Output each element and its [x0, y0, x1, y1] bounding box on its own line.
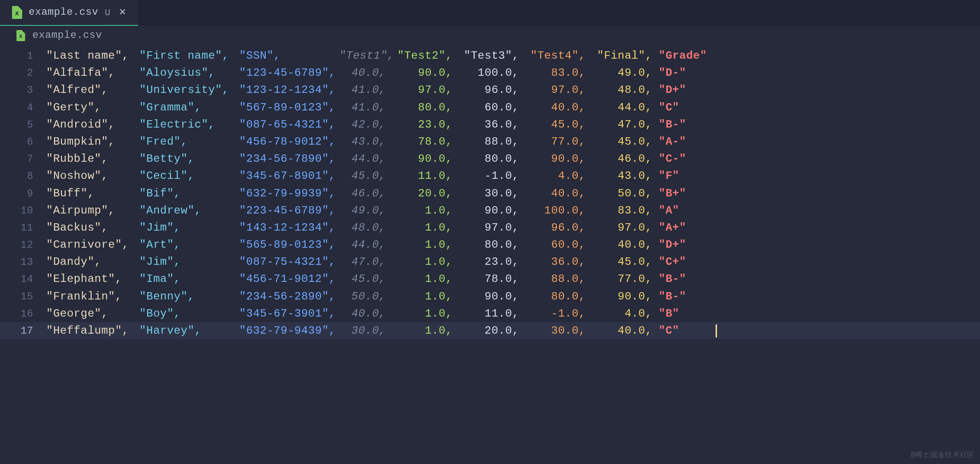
- code-line[interactable]: 5"Android","Electric","087-65-4321",42.0…: [0, 116, 980, 133]
- csv-cell: 96.0,: [526, 219, 592, 236]
- csv-cell: "Final",: [592, 47, 659, 64]
- breadcrumb[interactable]: example.csv: [0, 26, 980, 45]
- csv-cell: 83.0,: [592, 202, 659, 219]
- csv-cell: "F": [659, 167, 719, 184]
- code-line[interactable]: 13"Dandy","Jim","087-75-4321",47.0,1.0,2…: [0, 253, 980, 270]
- line-number: 17: [0, 324, 46, 339]
- csv-cell: 20.0,: [459, 322, 526, 339]
- csv-cell: 44.0,: [339, 150, 392, 167]
- csv-cell: "Test1",: [339, 47, 392, 64]
- line-number: 3: [0, 83, 46, 98]
- code-row: "Buff","Bif","632-79-9939",46.0,20.0,30.…: [46, 185, 718, 202]
- line-number: 7: [0, 152, 46, 167]
- csv-cell: 80.0,: [459, 236, 526, 253]
- csv-cell: 88.0,: [459, 133, 526, 150]
- csv-cell: 1.0,: [392, 305, 459, 322]
- csv-cell: "632-79-9939",: [239, 185, 339, 202]
- csv-cell: "Buff",: [46, 185, 140, 202]
- csv-cell: "Boy",: [140, 305, 239, 322]
- code-row: "Noshow","Cecil","345-67-8901",45.0,11.0…: [46, 167, 718, 184]
- csv-cell: 47.0,: [592, 116, 659, 133]
- csv-cell: 42.0,: [339, 116, 392, 133]
- code-row: "Franklin","Benny","234-56-2890",50.0,1.…: [46, 288, 718, 305]
- csv-file-icon: [17, 30, 25, 41]
- csv-cell: 50.0,: [592, 185, 659, 202]
- code-line[interactable]: 11"Backus","Jim","143-12-1234",48.0,1.0,…: [0, 219, 980, 236]
- csv-cell: "Franklin",: [46, 288, 140, 305]
- code-line[interactable]: 7"Rubble","Betty","234-56-7890",44.0,90.…: [0, 150, 980, 167]
- csv-cell: "345-67-3901",: [239, 305, 339, 322]
- code-line[interactable]: 8"Noshow","Cecil","345-67-8901",45.0,11.…: [0, 167, 980, 184]
- csv-cell: 11.0,: [392, 167, 459, 184]
- code-line[interactable]: 3"Alfred","University","123-12-1234",41.…: [0, 81, 980, 98]
- csv-cell: "Ima",: [140, 270, 239, 287]
- line-number: 6: [0, 134, 46, 150]
- csv-cell: "A-": [659, 133, 719, 150]
- code-row: "Bumpkin","Fred","456-78-9012",43.0,78.0…: [46, 133, 718, 150]
- csv-cell: 40.0,: [592, 236, 659, 253]
- csv-cell: "A+": [659, 219, 719, 236]
- csv-cell: "Gramma",: [140, 99, 239, 116]
- csv-cell: "Cecil",: [140, 167, 239, 184]
- csv-cell: 4.0,: [592, 305, 659, 322]
- csv-cell: 60.0,: [459, 99, 526, 116]
- csv-cell: 90.0,: [392, 64, 459, 81]
- csv-cell: 41.0,: [339, 81, 392, 98]
- code-line[interactable]: 1"Last name","First name","SSN","Test1",…: [0, 47, 980, 64]
- code-row: "Last name","First name","SSN","Test1","…: [46, 47, 718, 64]
- watermark: @稀土掘金技术社区: [911, 450, 974, 461]
- code-line[interactable]: 16"George","Boy","345-67-3901",40.0,1.0,…: [0, 305, 980, 322]
- code-line[interactable]: 4"Gerty","Gramma","567-89-0123",41.0,80.…: [0, 99, 980, 116]
- csv-cell: "B+": [659, 185, 719, 202]
- csv-cell: "223-45-6789",: [239, 202, 339, 219]
- close-icon[interactable]: ×: [117, 6, 128, 18]
- csv-cell: 96.0,: [459, 81, 526, 98]
- code-line[interactable]: 2"Alfalfa","Aloysius","123-45-6789",40.0…: [0, 64, 980, 81]
- csv-cell: 44.0,: [339, 236, 392, 253]
- code-line[interactable]: 17"Heffalump","Harvey","632-79-9439",30.…: [0, 322, 980, 339]
- csv-cell: 90.0,: [459, 288, 526, 305]
- csv-cell: 45.0,: [339, 167, 392, 184]
- code-row: "Alfalfa","Aloysius","123-45-6789",40.0,…: [46, 64, 718, 81]
- csv-cell: 44.0,: [592, 99, 659, 116]
- code-line[interactable]: 15"Franklin","Benny","234-56-2890",50.0,…: [0, 288, 980, 305]
- csv-cell: "First name",: [140, 47, 239, 64]
- csv-cell: "Bif",: [140, 185, 239, 202]
- line-number: 15: [0, 289, 46, 305]
- code-line[interactable]: 6"Bumpkin","Fred","456-78-9012",43.0,78.…: [0, 133, 980, 150]
- csv-cell: 41.0,: [339, 99, 392, 116]
- csv-cell: "Airpump",: [46, 202, 140, 219]
- csv-cell: 48.0,: [339, 219, 392, 236]
- code-area[interactable]: 1"Last name","First name","SSN","Test1",…: [0, 45, 980, 339]
- line-number: 2: [0, 66, 46, 81]
- code-line[interactable]: 12"Carnivore","Art","565-89-0123",44.0,1…: [0, 236, 980, 253]
- csv-cell: 97.0,: [459, 219, 526, 236]
- line-number: 5: [0, 117, 46, 133]
- csv-cell: "234-56-7890",: [239, 150, 339, 167]
- code-line[interactable]: 9"Buff","Bif","632-79-9939",46.0,20.0,30…: [0, 185, 980, 202]
- code-line[interactable]: 10"Airpump","Andrew","223-45-6789",49.0,…: [0, 202, 980, 219]
- csv-cell: "567-89-0123",: [239, 99, 339, 116]
- code-row: "Airpump","Andrew","223-45-6789",49.0,1.…: [46, 202, 718, 219]
- code-row: "Heffalump","Harvey","632-79-9439",30.0,…: [46, 322, 717, 339]
- csv-cell: "C-": [659, 150, 719, 167]
- csv-cell: "A": [659, 202, 719, 219]
- csv-cell: 23.0,: [392, 116, 459, 133]
- csv-cell: "University",: [140, 81, 239, 98]
- csv-cell: "Aloysius",: [140, 64, 239, 81]
- csv-cell: 90.0,: [526, 150, 592, 167]
- csv-cell: 49.0,: [592, 64, 659, 81]
- csv-cell: 4.0,: [526, 167, 592, 184]
- csv-cell: "Gerty",: [46, 99, 140, 116]
- csv-cell: "B": [659, 305, 719, 322]
- csv-cell: "Alfalfa",: [46, 64, 140, 81]
- tab-example-csv[interactable]: example.csv U ×: [0, 0, 138, 26]
- csv-cell: 40.0,: [592, 322, 659, 339]
- code-row: "Rubble","Betty","234-56-7890",44.0,90.0…: [46, 150, 718, 167]
- csv-cell: 23.0,: [459, 253, 526, 270]
- csv-cell: 100.0,: [526, 202, 592, 219]
- csv-cell: "Test4",: [526, 47, 592, 64]
- csv-cell: "Carnivore",: [46, 236, 140, 253]
- csv-cell: "Dandy",: [46, 253, 140, 270]
- code-line[interactable]: 14"Elephant","Ima","456-71-9012",45.0,1.…: [0, 270, 980, 287]
